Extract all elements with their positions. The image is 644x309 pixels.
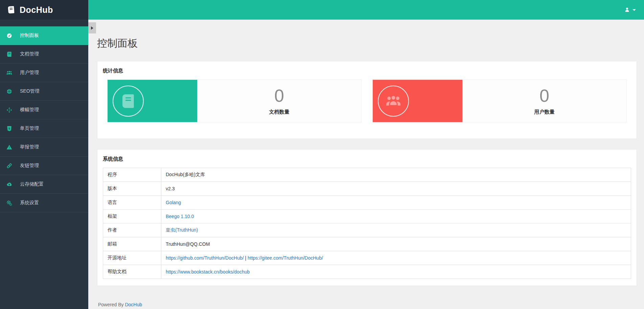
book-icon	[120, 93, 136, 109]
sidebar-item-users[interactable]: 用户管理	[0, 64, 88, 82]
svg-text:5: 5	[8, 127, 10, 130]
user-menu[interactable]	[624, 0, 636, 20]
users-icon	[6, 70, 12, 76]
move-arrows-icon	[6, 107, 12, 113]
sidebar-item-dashboard[interactable]: 控制面板	[0, 26, 88, 45]
sidebar-item-label: 友链管理	[20, 163, 39, 169]
sidebar-item-settings[interactable]: 系统设置	[0, 194, 88, 212]
sidebar-item-label: 系统设置	[20, 200, 39, 206]
stat-color-block	[108, 80, 197, 122]
table-row: 邮箱 TruthHun@QQ.COM	[103, 237, 631, 251]
sidebar-item-reports[interactable]: 举报管理	[0, 138, 88, 157]
html5-icon: 5	[6, 126, 12, 132]
external-link[interactable]: Golang	[166, 200, 181, 205]
stats-panel-body: 0 文档数量 0 用户数量	[97, 75, 637, 139]
table-row: 框架 Beego 1.10.0	[103, 210, 631, 223]
sidebar-item-label: 横幅管理	[20, 107, 39, 113]
row-label: 作者	[103, 223, 161, 237]
row-value: 皇虫(TruthHun)	[161, 223, 631, 237]
table-row: 帮助文档 https://www.bookstack.cn/books/doch…	[103, 265, 631, 279]
stat-value: 0	[539, 87, 549, 105]
topbar	[88, 0, 644, 20]
external-link[interactable]: https://github.com/TruthHun/DocHub/	[166, 255, 244, 261]
sidebar-item-label: 云存储配置	[20, 181, 44, 187]
stat-label: 文档数量	[269, 109, 290, 115]
sidebar-item-cloud-storage[interactable]: 云存储配置	[0, 175, 88, 194]
users-icon	[386, 93, 401, 109]
sidebar-item-friend-links[interactable]: 友链管理	[0, 157, 88, 175]
sidebar-item-label: 文档管理	[20, 51, 39, 57]
stat-label: 用户数量	[534, 109, 555, 115]
row-value: DocHub(多哈)文库	[161, 168, 631, 182]
logo-text: DocHub	[20, 5, 53, 15]
stats-panel: 统计信息 0 文档数量 0 用户数量	[97, 61, 637, 139]
sidebar-item-banners[interactable]: 横幅管理	[0, 101, 88, 119]
stats-panel-title: 统计信息	[97, 61, 637, 75]
footer-text: Powered By	[98, 302, 123, 307]
external-link[interactable]: https://www.bookstack.cn/books/dochub	[166, 269, 250, 275]
app-logo[interactable]: DocHub	[0, 0, 88, 20]
main-content: 控制面板 统计信息 0 文档数量 0 用户数量 系统信息 程序 DocHub(多	[88, 20, 644, 309]
row-label: 开源地址	[103, 251, 161, 265]
sidebar-item-label: 用户管理	[20, 70, 39, 76]
row-label: 语言	[103, 196, 161, 210]
caret-right-icon	[91, 26, 93, 30]
warning-icon	[6, 144, 12, 150]
row-label: 邮箱	[103, 237, 161, 251]
sidebar-item-seo[interactable]: SEO管理	[0, 82, 88, 101]
row-label: 程序	[103, 168, 161, 182]
page-title: 控制面板	[97, 37, 637, 49]
sidebar-item-label: 控制面板	[20, 32, 39, 39]
table-row: 程序 DocHub(多哈)文库	[103, 168, 631, 182]
stat-card-documents: 0 文档数量	[107, 79, 362, 122]
sidebar-menu: 控制面板 文档管理 用户管理 SEO管理 横幅管理 5 单页管理 举报管理 友链…	[0, 26, 88, 212]
link-separator: |	[244, 255, 248, 261]
gears-icon	[6, 200, 12, 206]
row-value: https://www.bookstack.cn/books/dochub	[161, 265, 631, 279]
system-panel: 系统信息 程序 DocHub(多哈)文库 版本 v2.3 语言 Golang 框…	[97, 149, 637, 286]
sidebar-collapse-button[interactable]	[88, 22, 96, 33]
external-link[interactable]: https://gitee.com/TruthHun/DocHub/	[248, 255, 323, 261]
table-row: 语言 Golang	[103, 196, 631, 210]
dashboard-icon	[6, 33, 12, 39]
user-icon	[624, 7, 630, 13]
external-link[interactable]: Beego 1.10.0	[166, 214, 194, 219]
book-logo-icon	[7, 5, 16, 14]
footer-dochub-link[interactable]: DocHub	[125, 302, 142, 307]
sidebar-item-label: 举报管理	[20, 144, 39, 150]
footer: Powered By DocHub	[98, 302, 637, 307]
stat-ellipse	[378, 86, 409, 117]
cloud-upload-icon	[6, 182, 12, 187]
row-label: 框架	[103, 210, 161, 223]
table-row: 开源地址 https://github.com/TruthHun/DocHub/…	[103, 251, 631, 265]
system-info-table: 程序 DocHub(多哈)文库 版本 v2.3 语言 Golang 框架 Bee…	[103, 168, 631, 279]
sidebar-item-pages[interactable]: 5 单页管理	[0, 119, 88, 138]
sidebar-item-documents[interactable]: 文档管理	[0, 45, 88, 64]
system-panel-title: 系统信息	[97, 149, 637, 163]
row-value: TruthHun@QQ.COM	[161, 237, 631, 251]
sidebar-item-label: SEO管理	[20, 88, 40, 94]
link-icon	[6, 163, 12, 169]
caret-down-icon	[632, 9, 636, 11]
table-row: 作者 皇虫(TruthHun)	[103, 223, 631, 237]
row-value: https://github.com/TruthHun/DocHub/ | ht…	[161, 251, 631, 265]
row-value: v2.3	[161, 182, 631, 196]
sidebar: DocHub 控制面板 文档管理 用户管理 SEO管理 横幅管理 5 单页管理 …	[0, 0, 88, 309]
row-value: Golang	[161, 196, 631, 210]
stat-value: 0	[274, 87, 284, 105]
external-link[interactable]: 皇虫(TruthHun)	[166, 227, 198, 233]
sidebar-item-label: 单页管理	[20, 125, 39, 132]
stat-ellipse	[113, 86, 144, 117]
row-value: Beego 1.10.0	[161, 210, 631, 223]
stat-color-block	[373, 80, 462, 122]
table-row: 版本 v2.3	[103, 182, 631, 196]
system-panel-body: 程序 DocHub(多哈)文库 版本 v2.3 语言 Golang 框架 Bee…	[97, 163, 637, 286]
book-icon	[6, 51, 12, 57]
stat-card-users: 0 用户数量	[372, 79, 627, 122]
row-label: 版本	[103, 182, 161, 196]
row-label: 帮助文档	[103, 265, 161, 279]
globe-icon	[6, 89, 12, 94]
